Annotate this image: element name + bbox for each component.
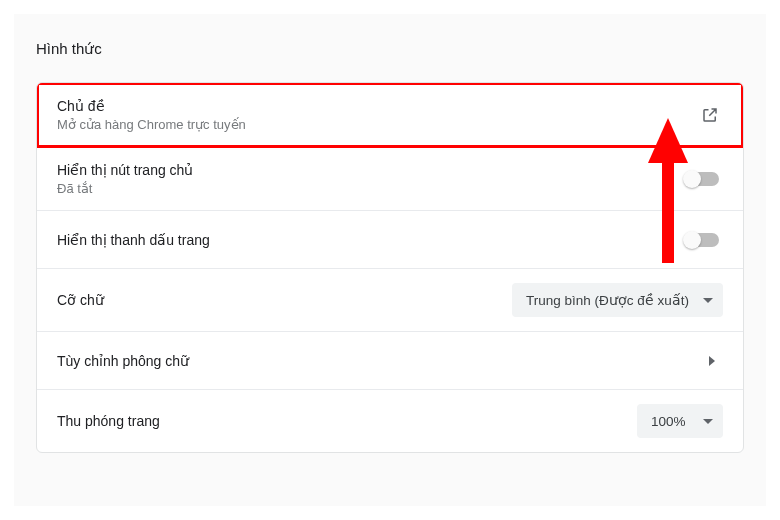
font-size-select[interactable]: Trung bình (Được đề xuất) (512, 283, 723, 317)
font-size-row: Cỡ chữ Trung bình (Được đề xuất) (37, 269, 743, 332)
toggle-knob (683, 170, 701, 188)
caret-down-icon (703, 419, 713, 424)
caret-down-icon (703, 298, 713, 303)
bookmark-bar-labels: Hiển thị thanh dấu trang (57, 231, 210, 249)
home-button-labels: Hiển thị nút trang chủ Đã tắt (57, 161, 193, 196)
home-button-row: Hiển thị nút trang chủ Đã tắt (37, 147, 743, 211)
customize-fonts-title: Tùy chỉnh phông chữ (57, 352, 189, 370)
page-zoom-labels: Thu phóng trang (57, 412, 160, 430)
font-size-labels: Cỡ chữ (57, 291, 104, 309)
bookmark-bar-title: Hiển thị thanh dấu trang (57, 231, 210, 249)
font-size-value: Trung bình (Được đề xuất) (526, 292, 689, 308)
bookmark-bar-row: Hiển thị thanh dấu trang (37, 211, 743, 269)
font-size-title: Cỡ chữ (57, 291, 104, 309)
home-button-subtitle: Đã tắt (57, 181, 193, 196)
external-link-icon (701, 106, 719, 124)
bookmark-bar-toggle[interactable] (685, 233, 719, 247)
settings-list: Chủ đề Mở cửa hàng Chrome trực tuyến Hiể… (36, 82, 744, 453)
section-title: Hình thức (36, 40, 744, 58)
customize-fonts-row[interactable]: Tùy chỉnh phông chữ (37, 332, 743, 390)
home-button-title: Hiển thị nút trang chủ (57, 161, 193, 179)
page-zoom-value: 100% (651, 414, 686, 429)
theme-row[interactable]: Chủ đề Mở cửa hàng Chrome trực tuyến (37, 83, 743, 147)
appearance-section: Hình thức Chủ đề Mở cửa hàng Chrome trực… (14, 14, 766, 506)
page-zoom-row: Thu phóng trang 100% (37, 390, 743, 452)
theme-subtitle: Mở cửa hàng Chrome trực tuyến (57, 117, 246, 132)
toggle-knob (683, 231, 701, 249)
chevron-right-icon (709, 356, 715, 366)
theme-labels: Chủ đề Mở cửa hàng Chrome trực tuyến (57, 97, 246, 132)
page-zoom-select[interactable]: 100% (637, 404, 723, 438)
home-button-toggle[interactable] (685, 172, 719, 186)
customize-fonts-labels: Tùy chỉnh phông chữ (57, 352, 189, 370)
theme-title: Chủ đề (57, 97, 246, 115)
page-zoom-title: Thu phóng trang (57, 412, 160, 430)
settings-frame: Hình thức Chủ đề Mở cửa hàng Chrome trực… (0, 0, 780, 520)
